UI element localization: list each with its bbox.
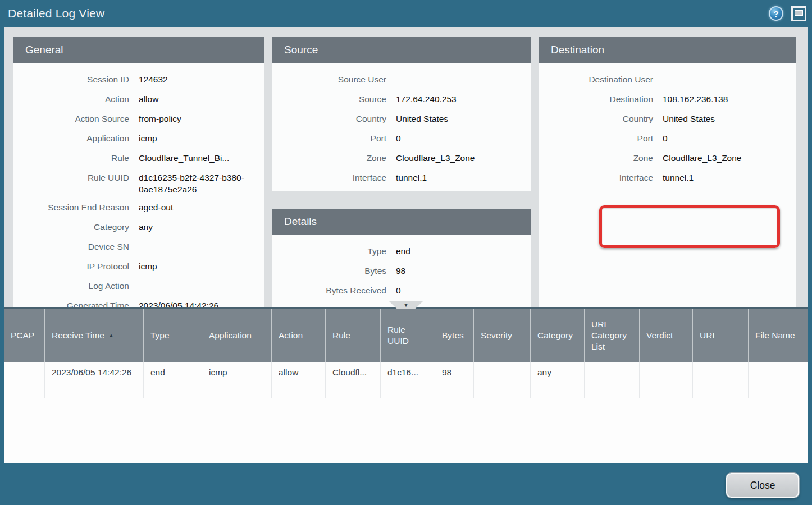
- field-label: Category: [13, 221, 129, 233]
- column-header-url-category-list[interactable]: URL Category List: [585, 309, 640, 362]
- column-header-receive-time[interactable]: Receive Time ▲: [45, 309, 144, 362]
- field-label: Rule UUID: [13, 172, 129, 183]
- detail-row-action-source: Action Source from-policy: [13, 109, 264, 129]
- field-label: Zone: [272, 152, 386, 164]
- field-value: Cloudflare_L3_Zone: [396, 152, 475, 164]
- general-panel-body: Session ID 124632 Action allow Action So…: [13, 63, 264, 307]
- column-header-bytes[interactable]: Bytes: [435, 309, 474, 362]
- cell-category: any: [531, 362, 585, 398]
- destination-zone-interface-highlight: [599, 205, 780, 248]
- field-value: United States: [663, 113, 715, 125]
- detail-row-session-end-reason: Session End Reason aged-out: [13, 198, 264, 218]
- detail-row-country: Country United States: [539, 109, 796, 129]
- detail-row-destination-user: Destination User: [539, 70, 796, 90]
- field-label: Interface: [539, 172, 653, 183]
- cell-severity: [474, 362, 531, 398]
- cell-application: icmp: [202, 362, 272, 398]
- detail-row-port: Port 0: [272, 129, 531, 149]
- detail-row-log-action: Log Action: [13, 277, 264, 296]
- field-value: d1c16235-b2f2-4327-b380-0ae1875e2a26: [139, 172, 251, 195]
- cell-file-name: [749, 362, 808, 398]
- column-header-application[interactable]: Application: [202, 309, 272, 362]
- field-value: 124632: [139, 74, 168, 85]
- restore-window-icon-inner: [795, 10, 803, 16]
- field-value: 2023/06/05 14:42:26: [139, 300, 218, 307]
- detail-row-interface: Interface tunnel.1: [272, 168, 531, 188]
- field-label: Source: [272, 93, 386, 105]
- column-header-rule-uuid[interactable]: Rule UUID: [381, 309, 435, 362]
- cell-action: allow: [272, 362, 326, 398]
- column-header-label: PCAP: [11, 330, 34, 341]
- column-header-category[interactable]: Category: [531, 309, 585, 362]
- table-row[interactable]: 2023/06/05 14:42:26 end icmp allow Cloud…: [4, 362, 808, 398]
- dialog-title: Detailed Log View: [8, 7, 769, 20]
- detail-row-category: Category any: [13, 218, 264, 237]
- general-panel: General Session ID 124632 Action allow A…: [13, 37, 264, 307]
- field-label: Generated Time: [13, 300, 129, 307]
- field-label: Destination: [539, 93, 653, 105]
- detail-row-action: Action allow: [13, 90, 264, 109]
- cell-url-category-list: [585, 362, 640, 398]
- close-button[interactable]: Close: [726, 473, 799, 498]
- column-header-label: Application: [209, 330, 252, 341]
- field-label: Session End Reason: [13, 201, 129, 213]
- column-header-verdict[interactable]: Verdict: [640, 309, 693, 362]
- cell-verdict: [640, 362, 693, 398]
- field-label: Interface: [272, 172, 386, 183]
- help-icon[interactable]: ?: [769, 6, 783, 21]
- detail-row-bytes: Bytes 98: [272, 261, 531, 281]
- details-panel-header: Details: [272, 209, 531, 235]
- column-header-label: URL: [700, 330, 717, 341]
- detail-row-rule: Rule Cloudflare_Tunnel_Bi...: [13, 149, 264, 168]
- field-value: 0: [396, 132, 401, 144]
- detail-row-zone: Zone Cloudflare_L3_Zone: [539, 149, 796, 168]
- column-header-file-name[interactable]: File Name: [749, 309, 808, 362]
- restore-window-icon[interactable]: [791, 6, 806, 21]
- field-label: Type: [272, 245, 386, 257]
- details-panel: Details Type end Bytes 98 Bytes Received…: [272, 209, 531, 307]
- detail-row-bytes-received: Bytes Received 0: [272, 281, 531, 301]
- field-value: 0: [396, 284, 401, 296]
- field-label: Port: [272, 132, 386, 144]
- column-header-label: Severity: [481, 330, 512, 341]
- field-value: 98: [396, 265, 405, 277]
- column-header-rule[interactable]: Rule: [326, 309, 381, 362]
- destination-panel-header: Destination: [539, 37, 796, 63]
- field-label: Country: [539, 113, 653, 125]
- column-header-url[interactable]: URL: [693, 309, 749, 362]
- field-value: any: [139, 221, 153, 233]
- source-panel-body: Source User Source 172.64.240.253 Countr…: [272, 63, 531, 191]
- column-header-pcap[interactable]: PCAP: [4, 309, 45, 362]
- field-label: Bytes: [272, 265, 386, 277]
- column-header-label: Rule UUID: [387, 324, 429, 347]
- field-label: IP Protocol: [13, 260, 129, 272]
- destination-panel: Destination Destination User Destination…: [539, 37, 796, 307]
- detail-row-destination: Destination 108.162.236.138: [539, 90, 796, 109]
- detail-row-zone: Zone Cloudflare_L3_Zone: [272, 149, 531, 168]
- field-label: Device SN: [13, 241, 129, 252]
- column-header-label: Bytes: [442, 330, 464, 341]
- field-value: 0: [663, 132, 668, 144]
- detail-row-device-sn: Device SN: [13, 237, 264, 257]
- field-label: Source User: [272, 74, 386, 85]
- field-value: from-policy: [139, 113, 181, 125]
- detail-row-country: Country United States: [272, 109, 531, 129]
- detailed-log-view-dialog: Detailed Log View ? General Session ID 1…: [0, 0, 812, 505]
- column-header-severity[interactable]: Severity: [474, 309, 531, 362]
- column-header-action[interactable]: Action: [272, 309, 326, 362]
- title-bar: Detailed Log View ?: [0, 0, 812, 27]
- field-value: tunnel.1: [396, 172, 427, 183]
- cell-pcap: [4, 362, 45, 398]
- field-value: 172.64.240.253: [396, 93, 457, 105]
- column-header-type[interactable]: Type: [144, 309, 202, 362]
- cell-rule-uuid: d1c16...: [381, 362, 435, 398]
- field-label: Session ID: [13, 74, 129, 85]
- details-panel-body: Type end Bytes 98 Bytes Received 0: [272, 235, 531, 307]
- detail-panels-area: General Session ID 124632 Action allow A…: [4, 27, 808, 307]
- field-value: Cloudflare_L3_Zone: [663, 152, 741, 164]
- cell-bytes: 98: [435, 362, 474, 398]
- field-value: icmp: [139, 260, 157, 272]
- detail-row-ip-protocol: IP Protocol icmp: [13, 257, 264, 277]
- field-label: Rule: [13, 152, 129, 164]
- field-value: allow: [139, 93, 158, 105]
